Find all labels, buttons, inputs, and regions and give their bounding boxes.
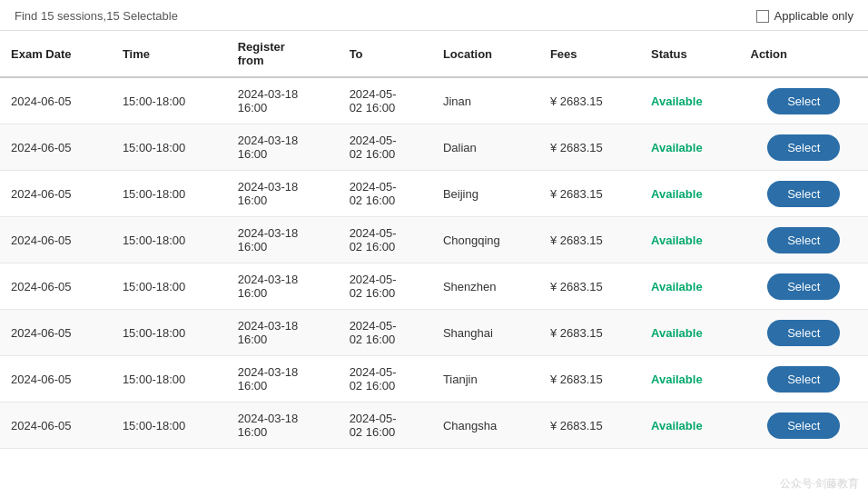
cell-status: Available [640, 263, 739, 310]
cell-action: Select [740, 356, 869, 403]
cell-fees: ¥ 2683.15 [539, 124, 640, 171]
cell-to: 2024-05- 02 16:00 [339, 217, 432, 263]
top-bar: Find 15 sessions,15 Selectable Applicabl… [0, 0, 868, 31]
cell-exam-date: 2024-06-05 [0, 124, 112, 171]
table-row: 2024-06-05 15:00-18:00 2024-03-18 16:00 … [0, 356, 868, 403]
col-to: To [339, 31, 432, 77]
table-header: Exam Date Time Registerfrom To Location … [0, 31, 868, 77]
cell-register-from: 2024-03-18 16:00 [227, 310, 339, 356]
cell-register-from: 2024-03-18 16:00 [227, 263, 339, 310]
cell-action: Select [740, 124, 869, 171]
col-time: Time [112, 31, 227, 77]
cell-exam-date: 2024-06-05 [0, 310, 112, 356]
cell-time: 15:00-18:00 [112, 403, 227, 449]
select-button[interactable]: Select [767, 320, 840, 346]
cell-status: Available [640, 217, 739, 263]
select-button[interactable]: Select [767, 273, 840, 300]
cell-to: 2024-05- 02 16:00 [339, 171, 432, 217]
cell-location: Shanghai [432, 310, 539, 356]
cell-status: Available [640, 124, 739, 171]
cell-register-from: 2024-03-18 16:00 [227, 171, 339, 217]
cell-status: Available [640, 356, 739, 403]
cell-time: 15:00-18:00 [112, 217, 227, 263]
cell-to: 2024-05- 02 16:00 [339, 356, 432, 403]
select-button[interactable]: Select [767, 88, 840, 114]
col-status: Status [640, 31, 739, 77]
cell-fees: ¥ 2683.15 [539, 171, 640, 217]
select-button[interactable]: Select [767, 181, 840, 207]
cell-exam-date: 2024-06-05 [0, 356, 112, 403]
cell-exam-date: 2024-06-05 [0, 77, 112, 124]
cell-register-from: 2024-03-18 16:00 [227, 403, 339, 449]
cell-status: Available [640, 403, 739, 449]
cell-location: Jinan [432, 77, 539, 124]
table-row: 2024-06-05 15:00-18:00 2024-03-18 16:00 … [0, 217, 868, 263]
applicable-filter[interactable]: Applicable only [756, 9, 853, 23]
select-button[interactable]: Select [767, 134, 840, 161]
cell-status: Available [640, 310, 739, 356]
cell-register-from: 2024-03-18 16:00 [227, 124, 339, 171]
cell-exam-date: 2024-06-05 [0, 217, 112, 263]
cell-fees: ¥ 2683.15 [539, 77, 640, 124]
cell-time: 15:00-18:00 [112, 171, 227, 217]
applicable-label: Applicable only [774, 9, 853, 23]
cell-action: Select [740, 403, 869, 449]
col-fees: Fees [539, 31, 640, 77]
col-register-from: Registerfrom [227, 31, 339, 77]
cell-exam-date: 2024-06-05 [0, 171, 112, 217]
cell-action: Select [740, 77, 869, 124]
cell-action: Select [740, 171, 869, 217]
cell-location: Dalian [432, 124, 539, 171]
sessions-table: Exam Date Time Registerfrom To Location … [0, 31, 868, 449]
select-button[interactable]: Select [767, 366, 840, 393]
cell-exam-date: 2024-06-05 [0, 263, 112, 310]
cell-location: Shenzhen [432, 263, 539, 310]
cell-status: Available [640, 171, 739, 217]
table-row: 2024-06-05 15:00-18:00 2024-03-18 16:00 … [0, 310, 868, 356]
cell-register-from: 2024-03-18 16:00 [227, 217, 339, 263]
cell-to: 2024-05- 02 16:00 [339, 403, 432, 449]
table-row: 2024-06-05 15:00-18:00 2024-03-18 16:00 … [0, 171, 868, 217]
cell-time: 15:00-18:00 [112, 356, 227, 403]
cell-location: Chongqing [432, 217, 539, 263]
applicable-checkbox[interactable] [756, 10, 769, 23]
cell-fees: ¥ 2683.15 [539, 263, 640, 310]
cell-action: Select [740, 217, 869, 263]
cell-location: Tianjin [432, 356, 539, 403]
cell-status: Available [640, 77, 739, 124]
cell-location: Changsha [432, 403, 539, 449]
table-row: 2024-06-05 15:00-18:00 2024-03-18 16:00 … [0, 403, 868, 449]
cell-time: 15:00-18:00 [112, 124, 227, 171]
cell-fees: ¥ 2683.15 [539, 403, 640, 449]
cell-to: 2024-05- 02 16:00 [339, 310, 432, 356]
table-body: 2024-06-05 15:00-18:00 2024-03-18 16:00 … [0, 77, 868, 449]
select-button[interactable]: Select [767, 227, 840, 253]
cell-time: 15:00-18:00 [112, 263, 227, 310]
cell-fees: ¥ 2683.15 [539, 217, 640, 263]
select-button[interactable]: Select [767, 413, 840, 439]
cell-to: 2024-05- 02 16:00 [339, 124, 432, 171]
sessions-summary: Find 15 sessions,15 Selectable [15, 9, 178, 23]
cell-action: Select [740, 310, 869, 356]
cell-fees: ¥ 2683.15 [539, 310, 640, 356]
col-exam-date: Exam Date [0, 31, 112, 77]
table-row: 2024-06-05 15:00-18:00 2024-03-18 16:00 … [0, 77, 868, 124]
cell-time: 15:00-18:00 [112, 310, 227, 356]
table-row: 2024-06-05 15:00-18:00 2024-03-18 16:00 … [0, 124, 868, 171]
cell-action: Select [740, 263, 869, 310]
cell-location: Beijing [432, 171, 539, 217]
table-row: 2024-06-05 15:00-18:00 2024-03-18 16:00 … [0, 263, 868, 310]
col-action: Action [740, 31, 869, 77]
cell-register-from: 2024-03-18 16:00 [227, 77, 339, 124]
cell-fees: ¥ 2683.15 [539, 356, 640, 403]
cell-to: 2024-05- 02 16:00 [339, 77, 432, 124]
cell-time: 15:00-18:00 [112, 77, 227, 124]
col-location: Location [432, 31, 539, 77]
cell-to: 2024-05- 02 16:00 [339, 263, 432, 310]
cell-register-from: 2024-03-18 16:00 [227, 356, 339, 403]
cell-exam-date: 2024-06-05 [0, 403, 112, 449]
